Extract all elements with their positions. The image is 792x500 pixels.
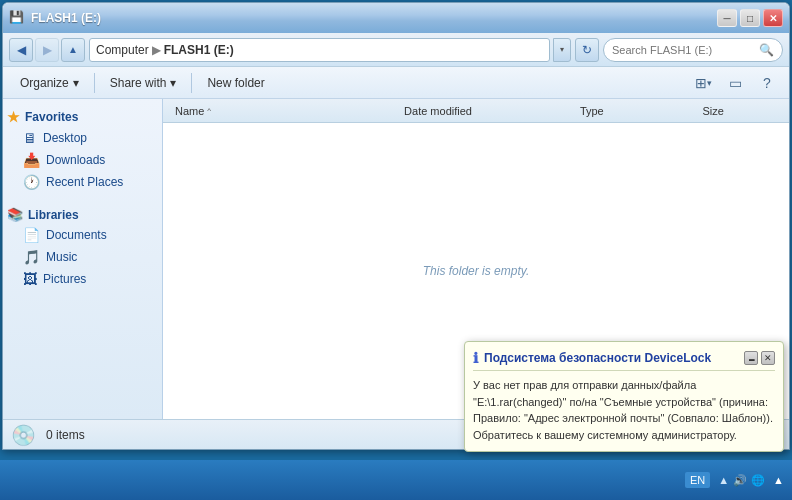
tray-network-icon[interactable]: 🌐 <box>751 474 765 487</box>
sidebar-item-music[interactable]: 🎵 Music <box>3 246 162 268</box>
favorites-header[interactable]: ★ Favorites <box>3 107 162 127</box>
toolbar-separator-2 <box>191 73 192 93</box>
sidebar: ★ Favorites 🖥 Desktop 📥 Downloads 🕐 Rece… <box>3 99 163 419</box>
minimize-button[interactable]: ─ <box>717 9 737 27</box>
libraries-section: 📚 Libraries 📄 Documents 🎵 Music 🖼 Pictur… <box>3 197 162 294</box>
search-box: 🔍 <box>603 38 783 62</box>
sidebar-item-desktop[interactable]: 🖥 Desktop <box>3 127 162 149</box>
clock-time: ▲ <box>773 474 784 486</box>
libraries-label: Libraries <box>28 208 79 222</box>
devicelock-popup: ℹ Подсистема безопасности DeviceLock 🗕 ✕… <box>464 341 784 452</box>
sidebar-item-pictures[interactable]: 🖼 Pictures <box>3 268 162 290</box>
path-computer: Computer <box>96 43 149 57</box>
system-tray: ▲ 🔊 🌐 <box>718 474 765 487</box>
search-icon[interactable]: 🔍 <box>759 43 774 57</box>
close-button[interactable]: ✕ <box>763 9 783 27</box>
music-icon: 🎵 <box>23 249 40 265</box>
address-dropdown[interactable]: ▾ <box>553 38 571 62</box>
popup-body: У вас нет прав для отправки данных/файла… <box>473 377 775 443</box>
window-icon: 💾 <box>9 10 25 26</box>
organize-label: Organize <box>20 76 69 90</box>
popup-close-button[interactable]: ✕ <box>761 351 775 365</box>
item-count: 0 items <box>46 428 85 442</box>
downloads-label: Downloads <box>46 153 105 167</box>
star-icon: ★ <box>7 109 20 125</box>
help-icon: ? <box>763 75 771 91</box>
popup-pin-button[interactable]: 🗕 <box>744 351 758 365</box>
share-with-button[interactable]: Share with ▾ <box>101 70 186 96</box>
tray-volume-icon[interactable]: 🔊 <box>733 474 747 487</box>
share-with-label: Share with <box>110 76 167 90</box>
title-buttons: ─ □ ✕ <box>717 9 783 27</box>
forward-button[interactable]: ▶ <box>35 38 59 62</box>
view-arrow: ▾ <box>707 78 712 88</box>
favorites-label: Favorites <box>25 110 78 124</box>
empty-message: This folder is empty. <box>423 264 529 278</box>
path-sep-1: ▶ <box>152 43 161 57</box>
preview-icon: ▭ <box>729 75 742 91</box>
search-input[interactable] <box>612 44 755 56</box>
title-bar-left: 💾 FLASH1 (E:) <box>9 10 101 26</box>
address-bar: ◀ ▶ ▲ Computer ▶ FLASH1 (E:) ▾ ↻ 🔍 <box>3 33 789 67</box>
new-folder-label: New folder <box>207 76 264 90</box>
sidebar-item-documents[interactable]: 📄 Documents <box>3 224 162 246</box>
libraries-icon: 📚 <box>7 207 23 222</box>
view-icon: ⊞ <box>695 75 707 91</box>
downloads-icon: 📥 <box>23 152 40 168</box>
recent-places-label: Recent Places <box>46 175 123 189</box>
sidebar-item-downloads[interactable]: 📥 Downloads <box>3 149 162 171</box>
pictures-icon: 🖼 <box>23 271 37 287</box>
maximize-button[interactable]: □ <box>740 9 760 27</box>
toolbar: Organize ▾ Share with ▾ New folder ⊞ ▾ ▭… <box>3 67 789 99</box>
libraries-header[interactable]: 📚 Libraries <box>3 205 162 224</box>
sidebar-item-recent-places[interactable]: 🕐 Recent Places <box>3 171 162 193</box>
taskbar: EN ▲ 🔊 🌐 ▲ <box>0 460 792 500</box>
view-dropdown-button[interactable]: ⊞ ▾ <box>689 70 717 96</box>
favorites-section: ★ Favorites 🖥 Desktop 📥 Downloads 🕐 Rece… <box>3 99 162 197</box>
popup-close-buttons: 🗕 ✕ <box>744 351 775 365</box>
organize-arrow: ▾ <box>73 76 79 90</box>
popup-info-icon: ℹ <box>473 350 478 366</box>
address-path[interactable]: Computer ▶ FLASH1 (E:) <box>89 38 550 62</box>
column-headers: Name ^ Date modified Type Size <box>163 99 789 123</box>
desktop-label: Desktop <box>43 131 87 145</box>
window-title: FLASH1 (E:) <box>31 11 101 25</box>
documents-icon: 📄 <box>23 227 40 243</box>
path-drive: FLASH1 (E:) <box>164 43 234 57</box>
col-header-name[interactable]: Name ^ <box>167 105 396 117</box>
toolbar-right: ⊞ ▾ ▭ ? <box>689 70 781 96</box>
sort-indicator: ^ <box>207 106 211 115</box>
nav-buttons: ◀ ▶ ▲ <box>9 38 85 62</box>
toolbar-separator-1 <box>94 73 95 93</box>
documents-label: Documents <box>46 228 107 242</box>
preview-pane-button[interactable]: ▭ <box>721 70 749 96</box>
share-with-arrow: ▾ <box>170 76 176 90</box>
popup-header: ℹ Подсистема безопасности DeviceLock 🗕 ✕ <box>473 350 775 371</box>
music-label: Music <box>46 250 77 264</box>
refresh-button[interactable]: ↻ <box>575 38 599 62</box>
col-header-size[interactable]: Size <box>694 105 785 117</box>
popup-title: Подсистема безопасности DeviceLock <box>484 351 738 365</box>
help-button[interactable]: ? <box>753 70 781 96</box>
tray-arrow-icon[interactable]: ▲ <box>718 474 729 486</box>
recent-places-icon: 🕐 <box>23 174 40 190</box>
pictures-label: Pictures <box>43 272 86 286</box>
desktop-icon: 🖥 <box>23 130 37 146</box>
col-header-date[interactable]: Date modified <box>396 105 572 117</box>
clock[interactable]: ▲ <box>773 474 784 486</box>
col-header-type[interactable]: Type <box>572 105 695 117</box>
title-bar: 💾 FLASH1 (E:) ─ □ ✕ <box>3 3 789 33</box>
language-indicator[interactable]: EN <box>685 472 710 488</box>
drive-icon: 💿 <box>11 423 36 447</box>
taskbar-right: EN ▲ 🔊 🌐 ▲ <box>685 472 784 488</box>
up-button[interactable]: ▲ <box>61 38 85 62</box>
back-button[interactable]: ◀ <box>9 38 33 62</box>
new-folder-button[interactable]: New folder <box>198 70 273 96</box>
organize-button[interactable]: Organize ▾ <box>11 70 88 96</box>
